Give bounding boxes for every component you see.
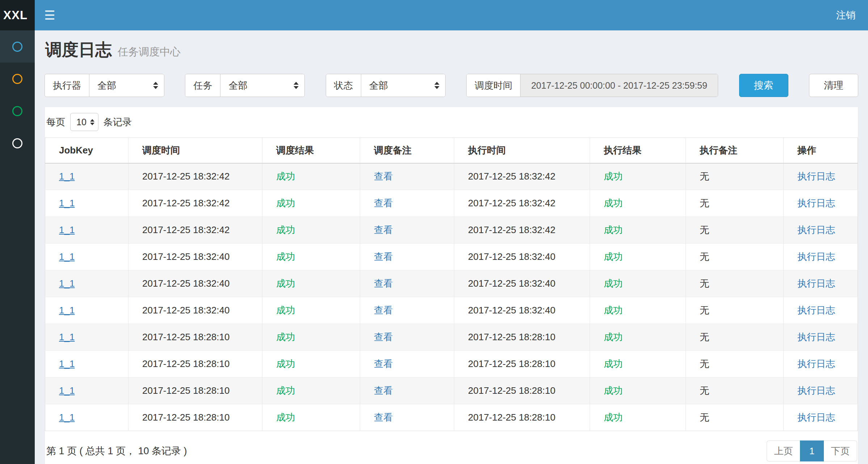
col-header-dispatch-time: 调度时间 [128,138,262,163]
dispatch-remark-link[interactable]: 查看 [374,278,393,289]
dispatch-result-text: 成功 [276,332,295,342]
exec-time-cell: 2017-12-25 18:32:40 [454,244,590,270]
table-row: 1_1 2017-12-25 18:32:40 成功 查看 2017-12-25… [45,244,858,270]
log-table-box: 每页 10 条记录 JobKey 调度时间 调度结果 调度备注 执行时间 执行结… [45,107,858,464]
jobkey-link[interactable]: 1_1 [59,358,75,369]
exec-log-link[interactable]: 执行日志 [797,305,835,316]
exec-result-text: 成功 [604,251,623,262]
executor-select[interactable]: 全部 [89,74,164,97]
table-info: 第 1 页 ( 总共 1 页， 10 条记录 ) [46,444,187,457]
jobkey-link[interactable]: 1_1 [59,171,75,182]
jobkey-link[interactable]: 1_1 [59,251,75,262]
page-size-row: 每页 10 条记录 [45,107,858,138]
jobkey-link[interactable]: 1_1 [59,385,75,396]
jobkey-link[interactable]: 1_1 [59,305,75,316]
current-page-button[interactable]: 1 [800,440,824,461]
dispatch-remark-link[interactable]: 查看 [374,305,393,316]
exec-result-text: 成功 [604,224,623,235]
page-header: 调度日志 任务调度中心 [45,39,858,60]
dispatch-result-text: 成功 [276,198,295,208]
status-select[interactable]: 全部 [361,74,445,97]
exec-result-text: 成功 [604,278,623,289]
sidebar-item-2[interactable] [0,63,35,95]
jobkey-link[interactable]: 1_1 [59,198,75,208]
exec-time-cell: 2017-12-25 18:28:10 [454,324,590,351]
exec-log-link[interactable]: 执行日志 [797,332,835,342]
sidebar-item-3[interactable] [0,95,35,127]
page-subtitle: 任务调度中心 [118,45,181,59]
page-size-prefix-label: 每页 [46,116,65,128]
dispatch-remark-link[interactable]: 查看 [374,224,393,235]
sidebar-item-4[interactable] [0,127,35,159]
exec-log-link[interactable]: 执行日志 [797,385,835,396]
dispatch-result-text: 成功 [276,358,295,369]
main-content: 调度日志 任务调度中心 执行器 全部 任务 全部 状态 全部 [35,30,868,464]
dispatch-remark-link[interactable]: 查看 [374,332,393,342]
dispatch-time-cell: 2017-12-25 18:32:40 [128,270,262,297]
exec-remark-cell: 无 [686,217,784,244]
select-arrows-icon [294,82,299,89]
exec-log-link[interactable]: 执行日志 [797,251,835,262]
jobkey-link[interactable]: 1_1 [59,412,75,423]
dispatch-remark-link[interactable]: 查看 [374,358,393,369]
dispatch-time-cell: 2017-12-25 18:32:42 [128,163,262,190]
exec-result-text: 成功 [604,305,623,316]
dispatch-result-text: 成功 [276,278,295,289]
col-header-exec-remark: 执行备注 [686,138,784,163]
exec-remark-cell: 无 [686,351,784,377]
dispatch-time-cell: 2017-12-25 18:28:10 [128,324,262,351]
table-row: 1_1 2017-12-25 18:32:42 成功 查看 2017-12-25… [45,217,858,244]
dispatch-result-text: 成功 [276,385,295,396]
search-button[interactable]: 搜索 [739,74,788,97]
time-filter-group: 调度时间 [466,74,718,97]
circle-outline-icon [12,106,22,116]
dispatch-result-text: 成功 [276,171,295,182]
job-select[interactable]: 全部 [220,74,304,97]
exec-time-cell: 2017-12-25 18:32:42 [454,163,590,190]
dispatch-time-cell: 2017-12-25 18:32:42 [128,217,262,244]
time-range-input[interactable] [521,74,718,97]
dispatch-remark-link[interactable]: 查看 [374,171,393,182]
exec-time-cell: 2017-12-25 18:28:10 [454,404,590,431]
dispatch-time-cell: 2017-12-25 18:28:10 [128,377,262,404]
sidebar-toggle-icon[interactable]: ☰ [44,9,55,21]
exec-result-text: 成功 [604,385,623,396]
prev-page-button[interactable]: 上页 [767,440,800,461]
exec-log-link[interactable]: 执行日志 [797,224,835,235]
table-header-row: JobKey 调度时间 调度结果 调度备注 执行时间 执行结果 执行备注 操作 [45,138,858,163]
col-header-jobkey: JobKey [45,138,128,163]
dispatch-remark-link[interactable]: 查看 [374,412,393,423]
table-row: 1_1 2017-12-25 18:28:10 成功 查看 2017-12-25… [45,324,858,351]
dispatch-result-text: 成功 [276,305,295,316]
exec-time-cell: 2017-12-25 18:32:40 [454,297,590,324]
exec-log-link[interactable]: 执行日志 [797,358,835,369]
sidebar-item-1[interactable] [0,30,35,63]
sidebar-nav [0,30,35,464]
clear-button[interactable]: 清理 [809,74,858,97]
table-row: 1_1 2017-12-25 18:28:10 成功 查看 2017-12-25… [45,404,858,431]
exec-log-link[interactable]: 执行日志 [797,171,835,182]
dispatch-remark-link[interactable]: 查看 [374,385,393,396]
dispatch-remark-link[interactable]: 查看 [374,198,393,208]
executor-select-value: 全部 [97,79,116,92]
exec-time-cell: 2017-12-25 18:32:42 [454,190,590,217]
dispatch-time-cell: 2017-12-25 18:32:42 [128,190,262,217]
dispatch-remark-link[interactable]: 查看 [374,251,393,262]
exec-result-text: 成功 [604,198,623,208]
exec-log-link[interactable]: 执行日志 [797,278,835,289]
table-footer: 第 1 页 ( 总共 1 页， 10 条记录 ) 上页 1 下页 [45,431,858,464]
exec-time-cell: 2017-12-25 18:28:10 [454,377,590,404]
next-page-button[interactable]: 下页 [824,440,857,461]
status-filter-label: 状态 [326,74,361,97]
circle-outline-icon [12,74,22,84]
page-size-select[interactable]: 10 [70,113,98,131]
jobkey-link[interactable]: 1_1 [59,332,75,342]
exec-time-cell: 2017-12-25 18:28:10 [454,351,590,377]
table-row: 1_1 2017-12-25 18:28:10 成功 查看 2017-12-25… [45,351,858,377]
jobkey-link[interactable]: 1_1 [59,278,75,289]
logout-link[interactable]: 注销 [836,9,856,22]
exec-remark-cell: 无 [686,270,784,297]
exec-log-link[interactable]: 执行日志 [797,198,835,208]
exec-log-link[interactable]: 执行日志 [797,412,835,423]
jobkey-link[interactable]: 1_1 [59,224,75,235]
